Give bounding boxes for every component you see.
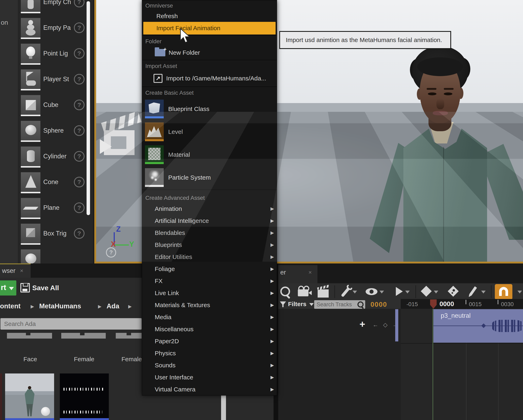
- wrench-settings-icon[interactable]: [341, 287, 350, 297]
- menu-section-create-advanced-asset: Create Advanced Asset: [142, 193, 277, 203]
- chevron-down-icon[interactable]: [352, 291, 357, 293]
- menu-item-live-link[interactable]: Live Link▶: [142, 287, 277, 299]
- help-icon[interactable]: ?: [74, 228, 84, 239]
- place-actor-item-sphere[interactable]: Sphere ?: [18, 121, 90, 146]
- blueprint-class-icon: [145, 100, 164, 118]
- help-icon[interactable]: ?: [74, 23, 84, 33]
- help-icon[interactable]: ?: [74, 48, 84, 59]
- place-actor-item-plane[interactable]: Plane ?: [18, 198, 90, 224]
- menu-item-paper2d[interactable]: Paper2D▶: [142, 335, 277, 347]
- viewport-help-icon[interactable]: ?: [106, 247, 116, 258]
- tab-content-browser[interactable]: wser ×: [0, 263, 31, 278]
- menu-item-sounds[interactable]: Sounds▶: [142, 359, 277, 371]
- place-actor-item-cone[interactable]: Cone ?: [18, 172, 90, 198]
- help-icon[interactable]: ?: [74, 0, 84, 7]
- timeline-ruler[interactable]: -015 0015 0030: [401, 299, 523, 309]
- auto-key-icon[interactable]: [448, 286, 459, 297]
- help-icon[interactable]: ?: [74, 100, 84, 110]
- place-actor-item-cube[interactable]: Cube ?: [18, 95, 90, 121]
- menu-item-materials-textures[interactable]: Materials & Textures▶: [142, 299, 277, 311]
- filters-button[interactable]: Filters: [288, 301, 306, 307]
- menu-item-level[interactable]: Level: [142, 121, 277, 143]
- chevron-right-icon: ▶: [270, 299, 274, 311]
- menu-item-import-facial-animation[interactable]: Import Facial Animation: [143, 22, 276, 34]
- menu-item-user-interface[interactable]: User Interface▶: [142, 371, 277, 383]
- add-track-button[interactable]: +: [360, 319, 365, 330]
- chevron-down-icon[interactable]: [517, 291, 522, 293]
- menu-item-fx[interactable]: FX▶: [142, 275, 277, 287]
- add-import-button[interactable]: rt: [0, 280, 16, 296]
- sequencer-track-area[interactable]: p3_neutral: [401, 309, 523, 420]
- breadcrumb-separator: ▶: [98, 304, 101, 309]
- asset-thumbnail-partial[interactable]: [61, 333, 106, 339]
- chevron-right-icon: ▶: [270, 275, 274, 287]
- close-icon[interactable]: ×: [309, 269, 312, 276]
- box-trigger-icon: [21, 224, 41, 243]
- breadcrumb-ada[interactable]: Ada: [106, 302, 119, 310]
- place-actor-item-point-light[interactable]: Point Lig ?: [18, 44, 90, 69]
- empty-pawn-icon: [21, 18, 41, 38]
- breadcrumb-root[interactable]: ontent: [0, 302, 21, 310]
- current-frame-field[interactable]: 0000: [370, 301, 387, 308]
- help-icon[interactable]: ?: [74, 151, 84, 162]
- camera-icon[interactable]: [298, 289, 309, 296]
- menu-item-blueprint-class[interactable]: Blueprint Class: [142, 97, 277, 121]
- chevron-down-icon[interactable]: [481, 291, 486, 293]
- menu-item-editor-utilities[interactable]: Editor Utilities▶: [142, 251, 277, 263]
- search-icon[interactable]: [280, 287, 290, 296]
- place-actor-item-empty-pawn[interactable]: Empty Pa ?: [18, 18, 90, 44]
- menu-item-new-folder[interactable]: New Folder: [142, 46, 277, 59]
- help-icon[interactable]: ?: [74, 125, 84, 136]
- asset-thumbnail-audio[interactable]: [60, 373, 109, 420]
- help-icon[interactable]: ?: [74, 177, 84, 187]
- content-browser-scrollbar[interactable]: [221, 395, 226, 420]
- playhead-frame-label: 0000: [440, 300, 454, 308]
- save-all-button[interactable]: Save All: [32, 284, 59, 292]
- menu-item-foliage[interactable]: Foliage▶: [142, 263, 277, 275]
- asset-thumbnail-partial[interactable]: [116, 333, 142, 339]
- sequencer-panel: er × Filters: [278, 263, 523, 420]
- place-actors-scrollbar[interactable]: [87, 1, 90, 215]
- menu-item-blueprints[interactable]: Blueprints▶: [142, 239, 277, 251]
- eye-view-options-icon[interactable]: [366, 288, 377, 295]
- menu-item-refresh[interactable]: Refresh: [142, 10, 277, 22]
- chevron-down-icon[interactable]: [379, 291, 384, 293]
- tab-sequencer[interactable]: er ×: [278, 265, 318, 283]
- save-icon: [20, 283, 30, 292]
- place-actor-item-cylinder[interactable]: Cylinder ?: [18, 146, 90, 172]
- menu-item-artificial-intelligence[interactable]: Artificial Intelligence▶: [142, 215, 277, 227]
- menu-item-material[interactable]: Material: [142, 143, 277, 166]
- search-assets-input[interactable]: [0, 318, 142, 330]
- chevron-right-icon: ▶: [270, 383, 274, 395]
- close-icon[interactable]: ×: [20, 267, 23, 274]
- place-actor-item-partial[interactable]: [18, 249, 90, 263]
- menu-item-particle-system[interactable]: Particle System: [142, 166, 277, 189]
- menu-item-animation[interactable]: Animation▶: [142, 203, 277, 215]
- new-folder-icon: [155, 49, 165, 56]
- asset-thumbnail-partial[interactable]: [7, 333, 52, 339]
- chevron-right-icon: ▶: [270, 251, 274, 263]
- audio-clip-p3-neutral[interactable]: p3_neutral: [433, 309, 523, 343]
- menu-item-media[interactable]: Media▶: [142, 311, 277, 323]
- chevron-down-icon[interactable]: [309, 303, 314, 306]
- menu-item-virtual-camera[interactable]: Virtual Camera▶: [142, 383, 277, 395]
- chevron-down-icon[interactable]: [405, 291, 410, 293]
- clapperboard-icon[interactable]: [318, 289, 329, 298]
- level-icon: [145, 122, 164, 141]
- pencil-edit-icon[interactable]: [469, 286, 477, 296]
- help-icon[interactable]: ?: [74, 202, 84, 213]
- place-actor-item-box-trigger[interactable]: Box Trig ?: [18, 224, 90, 249]
- menu-item-physics[interactable]: Physics▶: [142, 347, 277, 359]
- keyframe-diamond-icon[interactable]: [421, 286, 432, 297]
- snap-magnet-button[interactable]: [495, 284, 512, 299]
- chevron-down-icon[interactable]: [434, 291, 438, 293]
- menu-item-import-to-game[interactable]: ↗ Import to /Game/MetaHumans/Ada...: [142, 71, 277, 86]
- menu-item-blendables[interactable]: Blendables▶: [142, 227, 277, 239]
- asset-thumbnail-character[interactable]: [5, 373, 54, 420]
- play-icon[interactable]: [396, 287, 403, 296]
- help-icon[interactable]: ?: [74, 74, 84, 84]
- place-actor-item-player-start[interactable]: Player St ?: [18, 69, 90, 95]
- place-actor-item-empty-character[interactable]: Empty Ch ?: [18, 0, 90, 18]
- breadcrumb-metahumans[interactable]: MetaHumans: [39, 302, 81, 310]
- menu-item-miscellaneous[interactable]: Miscellaneous▶: [142, 323, 277, 335]
